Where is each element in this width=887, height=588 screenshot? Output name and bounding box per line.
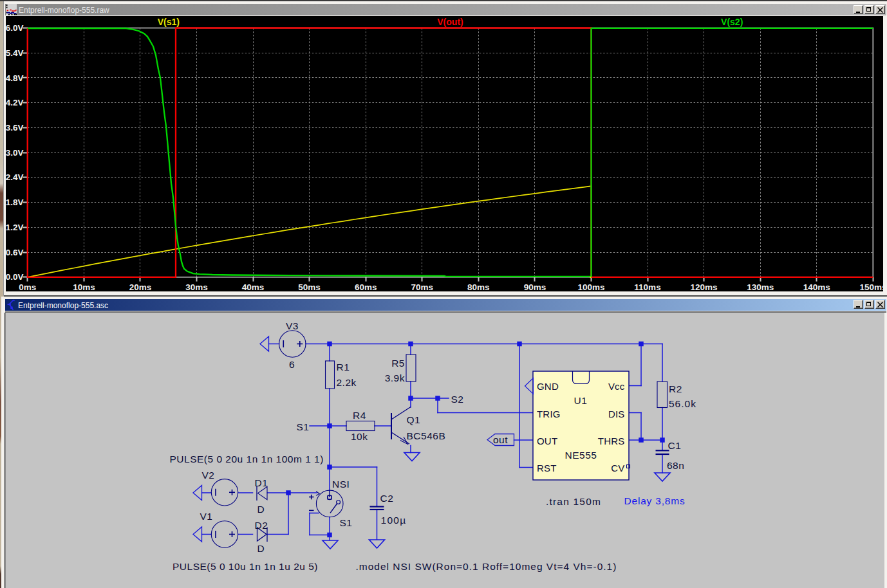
svg-text:PULSE(5 0 10u 1n 1n 1u 2u 5): PULSE(5 0 10u 1n 1n 1u 2u 5)	[173, 561, 318, 572]
svg-text:D1: D1	[255, 477, 268, 488]
svg-text:.model NSI SW(Ron=0.1 Roff=10m: .model NSI SW(Ron=0.1 Roff=10meg Vt=4 Vh…	[356, 561, 617, 572]
svg-text:10ms: 10ms	[73, 282, 95, 292]
svg-text:70ms: 70ms	[411, 282, 434, 292]
svg-text:R5: R5	[391, 358, 405, 369]
svg-text:90ms: 90ms	[524, 282, 546, 292]
svg-text:3.0V: 3.0V	[6, 148, 24, 158]
svg-text:100µ: 100µ	[381, 515, 407, 526]
svg-text:150ms: 150ms	[859, 282, 883, 292]
svg-text:5.4V: 5.4V	[6, 48, 24, 58]
svg-text:GND: GND	[537, 381, 559, 392]
svg-text:20ms: 20ms	[129, 282, 152, 292]
svg-text:0ms: 0ms	[19, 282, 36, 292]
svg-text:1.2V: 1.2V	[6, 223, 24, 232]
svg-text:NE555: NE555	[565, 450, 597, 461]
svg-text:60ms: 60ms	[355, 282, 377, 292]
svg-text:R4: R4	[353, 410, 366, 421]
svg-text:2.4V: 2.4V	[6, 172, 24, 182]
svg-text:D: D	[257, 504, 265, 515]
svg-text:THRS: THRS	[598, 436, 625, 446]
svg-text:50ms: 50ms	[298, 282, 321, 292]
svg-text:out: out	[493, 434, 508, 445]
svg-text:S2: S2	[451, 394, 464, 405]
svg-text:OUT: OUT	[537, 436, 557, 446]
svg-text:C1: C1	[668, 440, 682, 451]
svg-text:D2: D2	[255, 520, 268, 531]
svg-text:10k: 10k	[351, 431, 368, 442]
svg-text:.tran 150m: .tran 150m	[546, 496, 601, 507]
svg-text:80ms: 80ms	[467, 282, 490, 292]
svg-text:S1: S1	[340, 517, 353, 528]
svg-text:0.0V: 0.0V	[6, 272, 24, 282]
svg-text:V2: V2	[202, 470, 215, 481]
svg-text:BC546B: BC546B	[407, 430, 446, 441]
svg-text:Vcc: Vcc	[608, 381, 625, 392]
svg-text:3.9k: 3.9k	[385, 372, 405, 383]
svg-text:CV: CV	[611, 463, 624, 473]
svg-text:U1: U1	[574, 395, 588, 406]
svg-text:100ms: 100ms	[577, 282, 604, 292]
svg-text:2.2k: 2.2k	[337, 377, 357, 388]
svg-text:DIS: DIS	[608, 409, 625, 419]
svg-text:Delay 3,8ms: Delay 3,8ms	[624, 495, 686, 506]
svg-text:C2: C2	[380, 493, 394, 504]
svg-text:30ms: 30ms	[185, 282, 208, 292]
svg-text:R1: R1	[337, 362, 350, 372]
svg-text:0.6V: 0.6V	[6, 248, 24, 257]
svg-text:120ms: 120ms	[691, 282, 718, 292]
svg-text:1.8V: 1.8V	[6, 198, 24, 207]
svg-text:3.6V: 3.6V	[6, 123, 24, 133]
svg-text:TRIG: TRIG	[537, 409, 561, 419]
svg-text:6.0V: 6.0V	[6, 23, 24, 33]
svg-text:6: 6	[289, 359, 295, 370]
svg-text:110ms: 110ms	[634, 282, 660, 292]
svg-text:V(s2): V(s2)	[721, 17, 743, 27]
svg-text:130ms: 130ms	[747, 282, 774, 292]
svg-text:V3: V3	[286, 320, 299, 331]
svg-text:68n: 68n	[667, 460, 684, 471]
svg-text:4.2V: 4.2V	[6, 98, 24, 107]
svg-text:V1: V1	[200, 511, 213, 522]
svg-text:4.8V: 4.8V	[6, 73, 24, 83]
svg-text:NSI: NSI	[332, 479, 350, 490]
svg-text:V(out): V(out)	[437, 17, 463, 27]
svg-text:S1: S1	[297, 421, 310, 432]
svg-text:PULSE(5 0 20u 1n 1n 100m 1 1): PULSE(5 0 20u 1n 1n 100m 1 1)	[170, 454, 324, 464]
svg-text:56.0k: 56.0k	[669, 398, 696, 409]
svg-text:RST: RST	[537, 463, 557, 473]
svg-text:140ms: 140ms	[803, 282, 830, 292]
svg-text:Q1: Q1	[407, 414, 421, 425]
svg-text:40ms: 40ms	[242, 282, 265, 292]
svg-text:D: D	[257, 543, 265, 554]
svg-text:V(s1): V(s1)	[158, 17, 180, 27]
svg-text:R2: R2	[669, 383, 682, 394]
